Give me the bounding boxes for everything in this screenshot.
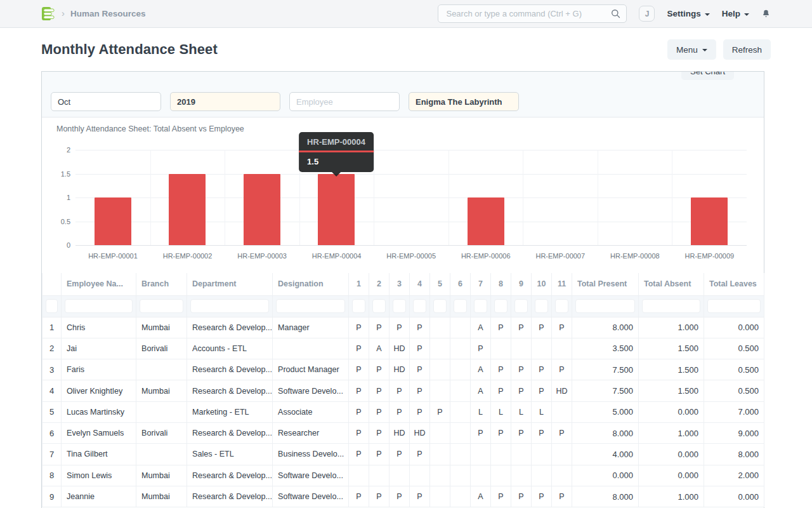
column-filter-input[interactable] xyxy=(190,299,269,313)
x-axis-category-label: HR-EMP-00003 xyxy=(225,252,299,260)
help-menu[interactable]: Help xyxy=(722,9,749,18)
table-cell: 0.000 xyxy=(572,465,639,486)
chart-bar[interactable] xyxy=(691,197,728,245)
table-cell: P xyxy=(410,359,430,380)
table-cell: Software Develo... xyxy=(273,486,349,507)
column-filter-input[interactable] xyxy=(140,299,183,313)
chart-bar[interactable] xyxy=(169,174,206,246)
column-header[interactable]: 8 xyxy=(491,273,511,295)
table-cell: 0.000 xyxy=(639,465,704,486)
column-filter-input[interactable] xyxy=(372,299,386,313)
column-filter-cell xyxy=(43,295,62,317)
table-cell: Software Develo... xyxy=(273,380,349,401)
chart-vertical-gridline xyxy=(672,150,672,245)
table-cell xyxy=(552,465,572,486)
column-header[interactable]: 7 xyxy=(471,273,491,295)
column-header[interactable]: 2 xyxy=(369,273,390,295)
app-logo-icon[interactable] xyxy=(41,6,56,21)
column-filter-input[interactable] xyxy=(474,299,487,313)
column-header[interactable]: Designation xyxy=(273,273,349,295)
chart-gridline xyxy=(75,150,747,150)
table-cell: P xyxy=(532,317,552,338)
table-cell xyxy=(471,444,491,465)
table-row: 3FarisResearch & Develop...Product Manag… xyxy=(43,359,764,380)
table-cell: P xyxy=(511,486,532,507)
column-filter-input[interactable] xyxy=(276,299,345,313)
table-cell: P xyxy=(491,317,511,338)
report-table: Employee Na...BranchDepartmentDesignatio… xyxy=(42,273,764,507)
column-filter-input[interactable] xyxy=(413,299,426,313)
company-filter-input[interactable] xyxy=(409,92,519,111)
month-filter-input[interactable] xyxy=(51,92,161,111)
table-cell: HD xyxy=(410,422,430,443)
column-header[interactable]: 10 xyxy=(532,273,552,295)
column-header[interactable]: 9 xyxy=(511,273,532,295)
table-cell xyxy=(430,380,450,401)
row-index-cell: 6 xyxy=(43,422,62,443)
y-axis-tick-label: 0.5 xyxy=(46,218,70,225)
column-header[interactable]: Employee Na... xyxy=(62,273,136,295)
x-axis-category-label: HR-EMP-00002 xyxy=(150,252,225,260)
menu-button[interactable]: Menu xyxy=(667,39,716,60)
column-header[interactable]: 3 xyxy=(390,273,410,295)
table-cell: P xyxy=(552,422,572,443)
column-filter-input[interactable] xyxy=(494,299,508,313)
column-filter-input[interactable] xyxy=(555,299,568,313)
chart-bar[interactable] xyxy=(244,174,280,246)
column-filter-cell xyxy=(187,295,273,317)
column-filter-input[interactable] xyxy=(65,299,133,313)
column-header[interactable]: Total Present xyxy=(572,273,639,295)
set-chart-button[interactable]: Set Chart xyxy=(681,72,734,80)
column-header[interactable]: 4 xyxy=(410,273,430,295)
row-index-cell: 2 xyxy=(43,338,62,359)
column-filter-input[interactable] xyxy=(642,299,700,313)
table-cell xyxy=(450,486,471,507)
table-cell xyxy=(410,465,430,486)
column-filter-input[interactable] xyxy=(707,299,761,313)
chart-bar[interactable] xyxy=(468,197,504,245)
table-cell: Borivali xyxy=(136,422,187,443)
table-cell xyxy=(532,465,552,486)
column-header[interactable]: 1 xyxy=(349,273,369,295)
global-search-input[interactable] xyxy=(438,4,627,23)
column-filter-input[interactable] xyxy=(575,299,635,313)
column-filter-input[interactable] xyxy=(46,299,58,313)
table-cell xyxy=(430,359,450,380)
employee-filter-input[interactable] xyxy=(289,92,400,111)
column-filter-input[interactable] xyxy=(352,299,365,313)
column-header[interactable]: Total Leaves xyxy=(704,273,764,295)
table-cell xyxy=(491,465,511,486)
table-cell xyxy=(450,380,471,401)
column-filter-input[interactable] xyxy=(433,299,447,313)
table-cell xyxy=(430,465,450,486)
row-index-cell: 5 xyxy=(43,401,62,422)
column-header[interactable]: Branch xyxy=(136,273,187,295)
column-header[interactable]: Total Absent xyxy=(639,273,704,295)
chart-vertical-gridline xyxy=(225,150,225,245)
column-filter-input[interactable] xyxy=(514,299,528,313)
chart-bar[interactable] xyxy=(95,197,131,245)
column-filter-cell xyxy=(410,295,430,317)
menu-button-label: Menu xyxy=(676,45,698,55)
table-cell: P xyxy=(511,359,532,380)
column-header[interactable]: Department xyxy=(187,273,273,295)
chart-bar[interactable] xyxy=(318,174,355,246)
column-header[interactable]: 11 xyxy=(552,273,572,295)
column-filter-input[interactable] xyxy=(454,299,467,313)
year-filter-input[interactable] xyxy=(170,92,280,111)
column-header[interactable]: 5 xyxy=(430,273,450,295)
notifications-bell-icon[interactable] xyxy=(761,9,771,19)
column-filter-input[interactable] xyxy=(393,299,406,313)
column-filter-cell xyxy=(136,295,187,317)
table-cell: A xyxy=(471,317,491,338)
column-header[interactable] xyxy=(43,273,62,295)
avatar[interactable]: J xyxy=(639,6,655,22)
table-cell: 7.500 xyxy=(572,359,639,380)
settings-menu[interactable]: Settings xyxy=(667,9,709,18)
table-cell: P xyxy=(410,401,430,422)
column-filter-input[interactable] xyxy=(535,299,548,313)
table-cell: P xyxy=(491,422,511,443)
breadcrumb[interactable]: Human Resources xyxy=(70,9,146,18)
column-header[interactable]: 6 xyxy=(450,273,471,295)
refresh-button[interactable]: Refresh xyxy=(723,39,771,60)
